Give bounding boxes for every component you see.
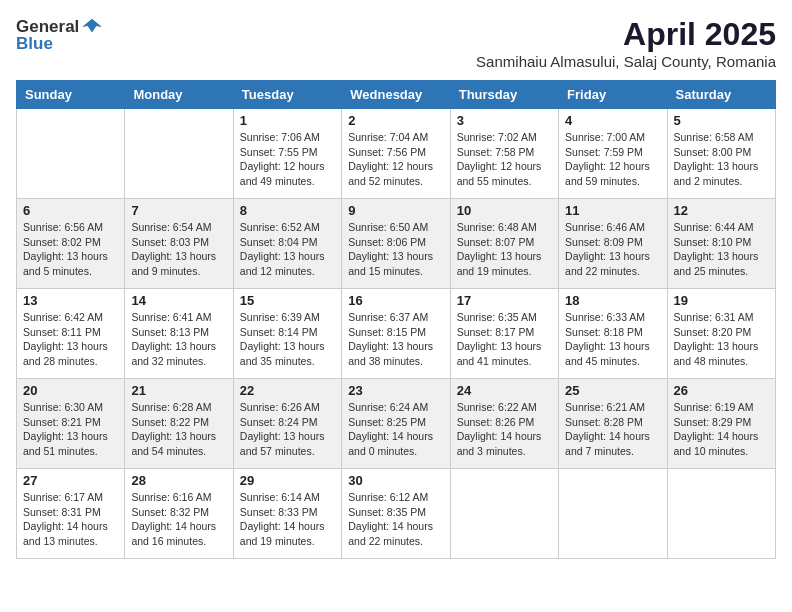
table-row: 8Sunrise: 6:52 AM Sunset: 8:04 PM Daylig… [233, 199, 341, 289]
day-info: Sunrise: 6:16 AM Sunset: 8:32 PM Dayligh… [131, 490, 226, 549]
table-row: 27Sunrise: 6:17 AM Sunset: 8:31 PM Dayli… [17, 469, 125, 559]
calendar-week-3: 13Sunrise: 6:42 AM Sunset: 8:11 PM Dayli… [17, 289, 776, 379]
day-info: Sunrise: 6:14 AM Sunset: 8:33 PM Dayligh… [240, 490, 335, 549]
day-number: 25 [565, 383, 660, 398]
day-number: 16 [348, 293, 443, 308]
col-thursday: Thursday [450, 81, 558, 109]
day-info: Sunrise: 6:12 AM Sunset: 8:35 PM Dayligh… [348, 490, 443, 549]
day-info: Sunrise: 6:28 AM Sunset: 8:22 PM Dayligh… [131, 400, 226, 459]
calendar-week-5: 27Sunrise: 6:17 AM Sunset: 8:31 PM Dayli… [17, 469, 776, 559]
table-row [559, 469, 667, 559]
day-number: 21 [131, 383, 226, 398]
table-row: 24Sunrise: 6:22 AM Sunset: 8:26 PM Dayli… [450, 379, 558, 469]
day-number: 27 [23, 473, 118, 488]
table-row: 15Sunrise: 6:39 AM Sunset: 8:14 PM Dayli… [233, 289, 341, 379]
day-info: Sunrise: 6:52 AM Sunset: 8:04 PM Dayligh… [240, 220, 335, 279]
table-row: 20Sunrise: 6:30 AM Sunset: 8:21 PM Dayli… [17, 379, 125, 469]
table-row [125, 109, 233, 199]
day-number: 1 [240, 113, 335, 128]
day-info: Sunrise: 7:06 AM Sunset: 7:55 PM Dayligh… [240, 130, 335, 189]
table-row: 14Sunrise: 6:41 AM Sunset: 8:13 PM Dayli… [125, 289, 233, 379]
day-info: Sunrise: 6:31 AM Sunset: 8:20 PM Dayligh… [674, 310, 769, 369]
col-sunday: Sunday [17, 81, 125, 109]
day-number: 4 [565, 113, 660, 128]
day-info: Sunrise: 6:56 AM Sunset: 8:02 PM Dayligh… [23, 220, 118, 279]
day-info: Sunrise: 6:30 AM Sunset: 8:21 PM Dayligh… [23, 400, 118, 459]
table-row: 29Sunrise: 6:14 AM Sunset: 8:33 PM Dayli… [233, 469, 341, 559]
col-monday: Monday [125, 81, 233, 109]
table-row: 17Sunrise: 6:35 AM Sunset: 8:17 PM Dayli… [450, 289, 558, 379]
table-row [450, 469, 558, 559]
day-info: Sunrise: 6:22 AM Sunset: 8:26 PM Dayligh… [457, 400, 552, 459]
day-number: 29 [240, 473, 335, 488]
table-row: 9Sunrise: 6:50 AM Sunset: 8:06 PM Daylig… [342, 199, 450, 289]
day-number: 20 [23, 383, 118, 398]
table-row [667, 469, 775, 559]
table-row: 11Sunrise: 6:46 AM Sunset: 8:09 PM Dayli… [559, 199, 667, 289]
day-number: 13 [23, 293, 118, 308]
col-wednesday: Wednesday [342, 81, 450, 109]
table-row: 13Sunrise: 6:42 AM Sunset: 8:11 PM Dayli… [17, 289, 125, 379]
header: General Blue April 2025 Sanmihaiu Almasu… [16, 16, 776, 70]
day-info: Sunrise: 6:33 AM Sunset: 8:18 PM Dayligh… [565, 310, 660, 369]
calendar-week-2: 6Sunrise: 6:56 AM Sunset: 8:02 PM Daylig… [17, 199, 776, 289]
table-row: 30Sunrise: 6:12 AM Sunset: 8:35 PM Dayli… [342, 469, 450, 559]
table-row: 16Sunrise: 6:37 AM Sunset: 8:15 PM Dayli… [342, 289, 450, 379]
day-number: 11 [565, 203, 660, 218]
table-row: 12Sunrise: 6:44 AM Sunset: 8:10 PM Dayli… [667, 199, 775, 289]
calendar-week-1: 1Sunrise: 7:06 AM Sunset: 7:55 PM Daylig… [17, 109, 776, 199]
table-row: 19Sunrise: 6:31 AM Sunset: 8:20 PM Dayli… [667, 289, 775, 379]
day-info: Sunrise: 6:58 AM Sunset: 8:00 PM Dayligh… [674, 130, 769, 189]
calendar-week-4: 20Sunrise: 6:30 AM Sunset: 8:21 PM Dayli… [17, 379, 776, 469]
logo: General Blue [16, 16, 103, 54]
day-info: Sunrise: 6:39 AM Sunset: 8:14 PM Dayligh… [240, 310, 335, 369]
day-number: 23 [348, 383, 443, 398]
day-number: 7 [131, 203, 226, 218]
day-number: 8 [240, 203, 335, 218]
day-info: Sunrise: 7:00 AM Sunset: 7:59 PM Dayligh… [565, 130, 660, 189]
col-tuesday: Tuesday [233, 81, 341, 109]
table-row: 1Sunrise: 7:06 AM Sunset: 7:55 PM Daylig… [233, 109, 341, 199]
calendar-table: Sunday Monday Tuesday Wednesday Thursday… [16, 80, 776, 559]
table-row: 18Sunrise: 6:33 AM Sunset: 8:18 PM Dayli… [559, 289, 667, 379]
day-number: 15 [240, 293, 335, 308]
table-row: 23Sunrise: 6:24 AM Sunset: 8:25 PM Dayli… [342, 379, 450, 469]
calendar-header-row: Sunday Monday Tuesday Wednesday Thursday… [17, 81, 776, 109]
day-info: Sunrise: 6:17 AM Sunset: 8:31 PM Dayligh… [23, 490, 118, 549]
day-number: 22 [240, 383, 335, 398]
table-row: 3Sunrise: 7:02 AM Sunset: 7:58 PM Daylig… [450, 109, 558, 199]
day-info: Sunrise: 6:44 AM Sunset: 8:10 PM Dayligh… [674, 220, 769, 279]
day-number: 14 [131, 293, 226, 308]
day-info: Sunrise: 6:42 AM Sunset: 8:11 PM Dayligh… [23, 310, 118, 369]
col-saturday: Saturday [667, 81, 775, 109]
day-number: 6 [23, 203, 118, 218]
day-number: 18 [565, 293, 660, 308]
day-number: 5 [674, 113, 769, 128]
subtitle: Sanmihaiu Almasului, Salaj County, Roman… [476, 53, 776, 70]
day-number: 28 [131, 473, 226, 488]
table-row: 2Sunrise: 7:04 AM Sunset: 7:56 PM Daylig… [342, 109, 450, 199]
logo-blue-text: Blue [16, 34, 53, 54]
table-row [17, 109, 125, 199]
table-row: 25Sunrise: 6:21 AM Sunset: 8:28 PM Dayli… [559, 379, 667, 469]
table-row: 4Sunrise: 7:00 AM Sunset: 7:59 PM Daylig… [559, 109, 667, 199]
svg-marker-0 [82, 19, 102, 33]
table-row: 6Sunrise: 6:56 AM Sunset: 8:02 PM Daylig… [17, 199, 125, 289]
day-info: Sunrise: 6:54 AM Sunset: 8:03 PM Dayligh… [131, 220, 226, 279]
col-friday: Friday [559, 81, 667, 109]
day-number: 24 [457, 383, 552, 398]
table-row: 21Sunrise: 6:28 AM Sunset: 8:22 PM Dayli… [125, 379, 233, 469]
table-row: 7Sunrise: 6:54 AM Sunset: 8:03 PM Daylig… [125, 199, 233, 289]
table-row: 26Sunrise: 6:19 AM Sunset: 8:29 PM Dayli… [667, 379, 775, 469]
day-info: Sunrise: 7:02 AM Sunset: 7:58 PM Dayligh… [457, 130, 552, 189]
table-row: 22Sunrise: 6:26 AM Sunset: 8:24 PM Dayli… [233, 379, 341, 469]
day-number: 10 [457, 203, 552, 218]
day-number: 2 [348, 113, 443, 128]
day-info: Sunrise: 6:46 AM Sunset: 8:09 PM Dayligh… [565, 220, 660, 279]
day-info: Sunrise: 6:24 AM Sunset: 8:25 PM Dayligh… [348, 400, 443, 459]
day-number: 3 [457, 113, 552, 128]
day-number: 30 [348, 473, 443, 488]
day-info: Sunrise: 6:26 AM Sunset: 8:24 PM Dayligh… [240, 400, 335, 459]
logo-bird-icon [81, 16, 103, 38]
day-number: 26 [674, 383, 769, 398]
